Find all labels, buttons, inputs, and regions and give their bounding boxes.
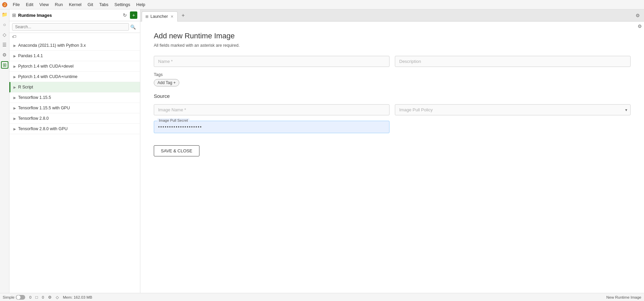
tab-launcher-icon: ⊞: [145, 14, 148, 19]
delete-icon[interactable]: 🗑: [131, 53, 137, 59]
runtime-list-item[interactable]: ▶ Tensorflow 1.15.5 ✎ ⧉ 🗑: [9, 92, 140, 103]
name-group: [154, 56, 389, 67]
tab-add-button[interactable]: +: [179, 11, 187, 20]
runtime-list-item[interactable]: ▶ Tensorflow 1.15.5 with GPU ✎ ⧉ 🗑: [9, 103, 140, 113]
runtime-list-item[interactable]: ▶ Tensorflow 2.8.0 with GPU ✎ ⧉ 🗑: [9, 124, 140, 134]
copy-icon[interactable]: ⧉: [125, 105, 131, 111]
delete-icon[interactable]: 🗑: [131, 126, 137, 132]
kernel-icon: □: [36, 295, 38, 300]
form-panel: Add new Runtime Image All fields marked …: [140, 22, 644, 293]
runtime-list-item[interactable]: ▶ Anaconda (2021.11) with Python 3.x ✎ ⧉…: [9, 40, 140, 51]
secret-field-wrapper: Image Pull Secret: [154, 121, 389, 133]
sidebar-icon-list[interactable]: ☰: [1, 41, 8, 48]
menu-edit[interactable]: Edit: [23, 1, 36, 8]
refresh-button[interactable]: ↻: [121, 11, 129, 19]
secret-field-label: Image Pull Secret: [157, 118, 189, 122]
image-pull-secret-input[interactable]: [154, 121, 389, 133]
top-right-settings-icon[interactable]: ⚙: [636, 13, 640, 18]
simple-mode-toggle[interactable]: Simple: [3, 295, 25, 300]
edit-icon[interactable]: ✎: [118, 42, 124, 48]
image-name-group: [154, 104, 389, 115]
menu-help[interactable]: Help: [134, 1, 148, 8]
secret-group: Image Pull Secret: [154, 121, 389, 133]
description-group: [395, 56, 631, 67]
sidebar-icon-folder[interactable]: 📁: [1, 11, 8, 18]
edit-icon[interactable]: ✎: [118, 95, 124, 101]
chevron-icon: ▶: [13, 117, 16, 120]
menu-settings[interactable]: Settings: [112, 1, 133, 8]
simple-label: Simple: [3, 295, 14, 299]
edit-icon[interactable]: ✎: [118, 105, 124, 111]
right-panel-settings-icon[interactable]: ⚙: [638, 24, 642, 29]
source-section: Source Image Pull Policy Always Never If…: [154, 93, 631, 156]
sidebar-icon-extensions[interactable]: ◇: [1, 31, 8, 38]
delete-icon[interactable]: 🗑: [131, 74, 137, 80]
chevron-icon: ▶: [13, 44, 16, 47]
copy-icon[interactable]: ⧉: [125, 84, 131, 90]
add-tag-button[interactable]: Add Tag +: [154, 79, 179, 86]
image-name-input[interactable]: [154, 104, 389, 115]
copy-icon[interactable]: ⧉: [125, 74, 131, 80]
delete-icon[interactable]: 🗑: [131, 115, 137, 121]
save-close-button[interactable]: SAVE & CLOSE: [154, 145, 199, 156]
copy-icon[interactable]: ⧉: [125, 115, 131, 121]
statusbar: Simple 0 □ 0 ⚙ ◇ Mem: 162.03 MB New Runt…: [0, 293, 644, 301]
tab-launcher[interactable]: ⊞ Launcher ×: [142, 11, 178, 22]
copy-icon[interactable]: ⧉: [125, 126, 131, 132]
search-button[interactable]: 🔍: [129, 24, 137, 30]
svg-text:J: J: [4, 3, 6, 7]
runtime-list-item[interactable]: ▶ Pandas 1.4.1 ✎ ⧉ 🗑: [9, 51, 140, 61]
runtime-item-name: R Script: [18, 85, 118, 89]
search-input[interactable]: [12, 23, 129, 31]
sidebar-icon-runtime[interactable]: ⊞: [1, 61, 8, 69]
sidebar-icon-gear[interactable]: ⚙: [1, 51, 8, 59]
runtime-item-name: Pytorch 1.4 with CUDA+runtime: [18, 74, 118, 79]
source-title: Source: [154, 93, 631, 99]
runtime-item-name: Tensorflow 1.15.5 with GPU: [18, 106, 118, 110]
runtime-list-item[interactable]: ▶ R Script ✎ ⧉ 🗑: [9, 82, 140, 92]
chevron-icon: ▶: [13, 96, 16, 100]
edit-icon[interactable]: ✎: [118, 63, 124, 69]
edit-icon[interactable]: ✎: [118, 126, 124, 132]
menu-file[interactable]: File: [10, 1, 22, 8]
runtime-list-item[interactable]: ▶ Pytorch 1.4 with CUDA+devel ✎ ⧉ 🗑: [9, 61, 140, 72]
tab-close-button[interactable]: ×: [170, 14, 174, 19]
secret-row: Image Pull Secret: [154, 121, 631, 133]
panel-header-actions: ↻ +: [121, 11, 137, 19]
copy-icon[interactable]: ⧉: [125, 42, 131, 48]
delete-icon[interactable]: 🗑: [131, 84, 137, 90]
chevron-icon: ▶: [13, 75, 16, 79]
edit-icon[interactable]: ✎: [118, 53, 124, 59]
content-area: ⊞ Launcher × + ⚙ Add new Runtime Image A…: [140, 9, 644, 293]
chevron-icon: ▶: [13, 127, 16, 131]
name-input[interactable]: [154, 56, 389, 67]
copy-icon[interactable]: ⧉: [125, 53, 131, 59]
chevron-icon: ▶: [13, 65, 16, 68]
toggle-track[interactable]: [16, 295, 25, 300]
image-pull-policy-select[interactable]: Image Pull Policy Always Never IfNotPres…: [395, 104, 631, 115]
delete-icon[interactable]: 🗑: [131, 42, 137, 48]
runtime-item-name: Pytorch 1.4 with CUDA+devel: [18, 64, 118, 69]
delete-icon[interactable]: 🗑: [131, 95, 137, 101]
tab-launcher-label: Launcher: [150, 14, 168, 19]
delete-icon[interactable]: 🗑: [131, 105, 137, 111]
edit-icon[interactable]: ✎: [118, 115, 124, 121]
add-runtime-button[interactable]: +: [130, 11, 137, 19]
menu-run[interactable]: Run: [52, 1, 65, 8]
content-with-settings: Add new Runtime Image All fields marked …: [140, 22, 644, 293]
menu-git[interactable]: Git: [85, 1, 96, 8]
delete-icon[interactable]: 🗑: [131, 63, 137, 69]
menu-view[interactable]: View: [37, 1, 51, 8]
edit-icon[interactable]: ✎: [118, 84, 124, 90]
runtime-list-item[interactable]: ▶ Pytorch 1.4 with CUDA+runtime ✎ ⧉ 🗑: [9, 72, 140, 82]
menu-kernel[interactable]: Kernel: [66, 1, 84, 8]
description-input[interactable]: [395, 56, 631, 67]
runtime-item-name: Pandas 1.4.1: [18, 53, 118, 58]
sidebar-icon-circle[interactable]: ○: [1, 21, 8, 28]
status-num2: 0: [42, 295, 44, 299]
runtime-list-item[interactable]: ▶ Tensorflow 2.8.0 ✎ ⧉ 🗑: [9, 113, 140, 124]
copy-icon[interactable]: ⧉: [125, 63, 131, 69]
menu-tabs[interactable]: Tabs: [96, 1, 111, 8]
copy-icon[interactable]: ⧉: [125, 95, 131, 101]
edit-icon[interactable]: ✎: [118, 74, 124, 80]
